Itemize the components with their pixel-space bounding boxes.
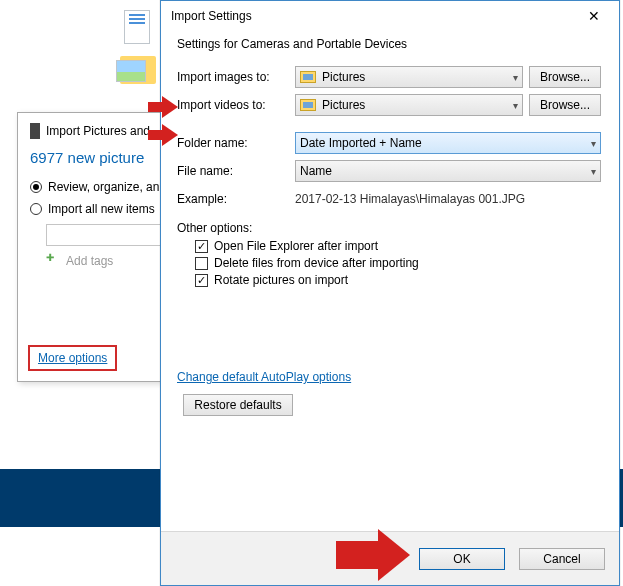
dialog-body: Settings for Cameras and Portable Device… [161,31,619,531]
folder-icon [300,99,316,111]
chevron-down-icon: ▾ [591,138,596,149]
row-import-videos: Import videos to: Pictures ▾ Browse... [177,93,601,117]
folder-icon [300,71,316,83]
dialog-footer: OK Cancel [161,531,619,585]
radio-import-all-label: Import all new items [48,202,155,216]
row-restore: Restore defaults [177,394,601,416]
picture-thumb-icon [116,60,146,82]
combo-folder-name[interactable]: Date Imported + Name ▾ [295,132,601,154]
bg-dialog-title-text: Import Pictures and [46,124,150,138]
browse-images-button[interactable]: Browse... [529,66,601,88]
label-import-images: Import images to: [177,70,295,84]
row-file-name: File name: Name ▾ [177,159,601,183]
dialog-title: Import Settings [171,9,252,23]
chevron-down-icon: ▾ [591,166,596,177]
check-delete-after-label: Delete files from device after importing [214,256,419,270]
ok-button[interactable]: OK [419,548,505,570]
cancel-label: Cancel [543,552,580,566]
check-delete-after-row[interactable]: Delete files from device after importing [195,256,601,270]
chevron-down-icon: ▾ [513,72,518,83]
more-options-highlight: More options [28,345,117,371]
label-import-videos: Import videos to: [177,98,295,112]
combo-import-images-value: Pictures [322,70,365,84]
tag-name-input[interactable] [46,224,176,246]
add-tags-label: Add tags [66,254,113,268]
restore-defaults-button[interactable]: Restore defaults [183,394,293,416]
label-file-name: File name: [177,164,295,178]
check-open-explorer-row[interactable]: Open File Explorer after import [195,239,601,253]
check-rotate-row[interactable]: Rotate pictures on import [195,273,601,287]
browse-label: Browse... [540,98,590,112]
browse-label: Browse... [540,70,590,84]
device-icon [30,123,40,139]
combo-folder-name-value: Date Imported + Name [300,136,422,150]
checkbox-rotate[interactable] [195,274,208,287]
combo-import-videos[interactable]: Pictures ▾ [295,94,523,116]
dialog-titlebar: Import Settings ✕ [161,1,619,31]
combo-file-name-value: Name [300,164,332,178]
combo-import-images[interactable]: Pictures ▾ [295,66,523,88]
chevron-down-icon: ▾ [513,100,518,111]
check-open-explorer-label: Open File Explorer after import [214,239,378,253]
browse-videos-button[interactable]: Browse... [529,94,601,116]
more-options-link[interactable]: More options [38,351,107,365]
example-value: 2017-02-13 Himalayas\Himalayas 001.JPG [295,192,525,206]
close-icon: ✕ [588,8,600,24]
label-folder-name: Folder name: [177,136,295,150]
row-example: Example: 2017-02-13 Himalayas\Himalayas … [177,187,601,211]
combo-file-name[interactable]: Name ▾ [295,160,601,182]
restore-defaults-label: Restore defaults [194,398,281,412]
radio-review[interactable] [30,181,42,193]
dialog-subheader: Settings for Cameras and Portable Device… [177,37,601,51]
radio-import-all[interactable] [30,203,42,215]
combo-import-videos-value: Pictures [322,98,365,112]
check-rotate-label: Rotate pictures on import [214,273,348,287]
checkbox-delete-after[interactable] [195,257,208,270]
close-button[interactable]: ✕ [573,2,615,30]
checkbox-open-explorer[interactable] [195,240,208,253]
radio-review-label: Review, organize, an [48,180,159,194]
document-icon [124,10,150,44]
tag-plus-icon [46,254,60,268]
import-settings-dialog: Import Settings ✕ Settings for Cameras a… [160,0,620,586]
autoplay-options-link[interactable]: Change default AutoPlay options [177,370,351,384]
ok-label: OK [453,552,470,566]
label-other-options: Other options: [177,221,601,235]
label-example: Example: [177,192,295,206]
cancel-button[interactable]: Cancel [519,548,605,570]
row-import-images: Import images to: Pictures ▾ Browse... [177,65,601,89]
row-folder-name: Folder name: Date Imported + Name ▾ [177,131,601,155]
